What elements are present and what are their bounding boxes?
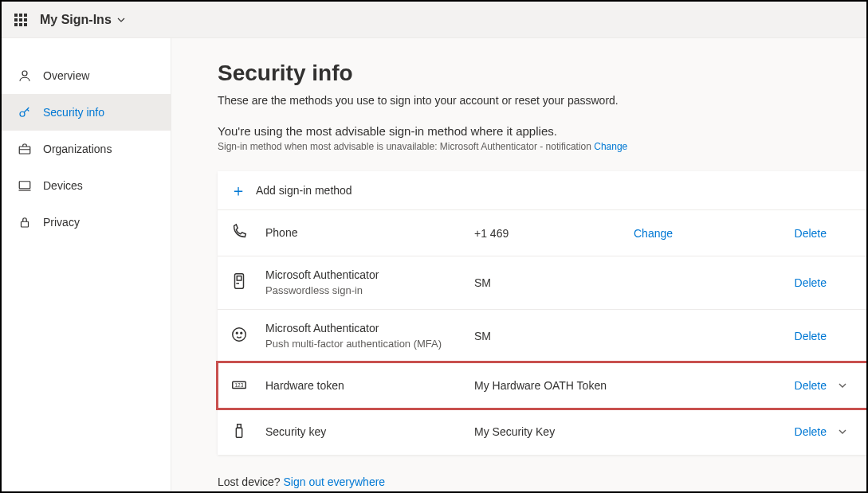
method-name: Microsoft AuthenticatorPush multi-factor… (265, 321, 474, 351)
method-icon (230, 326, 265, 346)
method-name: Security key (265, 425, 474, 440)
svg-point-1 (20, 112, 25, 116)
svg-rect-13 (238, 424, 242, 428)
method-row: Microsoft AuthenticatorPasswordless sign… (218, 256, 866, 309)
app-launcher-icon[interactable] (14, 14, 27, 26)
change-default-link[interactable]: Change (594, 141, 627, 152)
advise-subtext: Sign-in method when most advisable is un… (218, 141, 850, 152)
method-row: Phone+1 469ChangeDelete (218, 209, 866, 256)
method-value: My Hardware OATH Token (474, 379, 634, 392)
method-row: Microsoft AuthenticatorPush multi-factor… (218, 309, 866, 362)
svg-rect-12 (236, 428, 242, 437)
device-icon (18, 178, 32, 193)
delete-link[interactable]: Delete (763, 227, 827, 240)
method-value: My Security Key (474, 425, 634, 438)
sidebar-item-label: Organizations (43, 143, 112, 155)
svg-rect-6 (237, 276, 242, 281)
method-row: 123Hardware tokenMy Hardware OATH TokenD… (218, 362, 866, 409)
delete-link[interactable]: Delete (763, 276, 827, 289)
advise-text: You're using the most advisable sign-in … (218, 124, 850, 138)
briefcase-icon (18, 142, 32, 156)
sign-out-everywhere-link[interactable]: Sign out everywhere (284, 475, 386, 488)
app-title-dropdown[interactable]: My Sign-Ins (40, 13, 126, 27)
sidebar-item-label: Devices (43, 179, 83, 192)
svg-rect-4 (22, 221, 29, 227)
main-content: Security info These are the methods you … (171, 38, 866, 491)
sidebar-item-label: Overview (43, 69, 89, 82)
sidebar-item-label: Privacy (43, 216, 80, 229)
method-row: Security keyMy Security KeyDelete (218, 409, 866, 455)
plus-icon: ＋ (230, 182, 246, 198)
page-subtitle: These are the methods you use to sign in… (218, 94, 850, 107)
delete-link[interactable]: Delete (763, 330, 827, 342)
svg-rect-3 (19, 182, 30, 189)
svg-text:123: 123 (235, 381, 244, 387)
add-sign-in-method-button[interactable]: ＋ Add sign-in method (218, 171, 866, 209)
sidebar-item-security-info[interactable]: Security info (2, 94, 171, 131)
delete-link[interactable]: Delete (763, 425, 827, 438)
sidebar-item-devices[interactable]: Devices (2, 167, 171, 204)
change-link[interactable]: Change (634, 227, 763, 240)
add-method-label: Add sign-in method (256, 184, 352, 197)
lock-icon (18, 215, 32, 229)
method-icon (230, 223, 265, 243)
delete-link[interactable]: Delete (763, 379, 827, 392)
expand-toggle[interactable] (827, 379, 858, 392)
chevron-down-icon (116, 15, 126, 25)
method-name: Hardware token (265, 378, 474, 393)
svg-point-9 (241, 332, 242, 334)
person-icon (18, 68, 32, 83)
svg-rect-2 (19, 147, 30, 154)
svg-point-7 (233, 328, 246, 342)
sidebar: Overview Security info Organizations Dev… (2, 38, 171, 491)
page-title: Security info (218, 61, 850, 86)
expand-toggle[interactable] (827, 425, 858, 438)
svg-point-0 (22, 71, 27, 76)
lost-device: Lost device? Sign out everywhere (218, 475, 850, 488)
method-name: Phone (265, 225, 474, 241)
method-value: +1 469 (474, 227, 634, 240)
sidebar-item-label: Security info (43, 106, 104, 119)
app-title-text: My Sign-Ins (40, 13, 112, 27)
method-icon (230, 422, 265, 442)
svg-point-8 (236, 332, 238, 334)
method-value: SM (474, 276, 634, 289)
method-name: Microsoft AuthenticatorPasswordless sign… (265, 268, 474, 298)
method-icon (230, 272, 265, 292)
methods-panel: ＋ Add sign-in method Phone+1 469ChangeDe… (218, 171, 866, 455)
sidebar-item-privacy[interactable]: Privacy (2, 204, 171, 241)
method-icon: 123 (230, 376, 265, 396)
top-bar: My Sign-Ins (2, 2, 866, 38)
sidebar-item-organizations[interactable]: Organizations (2, 131, 171, 167)
sidebar-item-overview[interactable]: Overview (2, 57, 171, 94)
key-icon (18, 105, 32, 119)
method-value: SM (474, 330, 634, 342)
